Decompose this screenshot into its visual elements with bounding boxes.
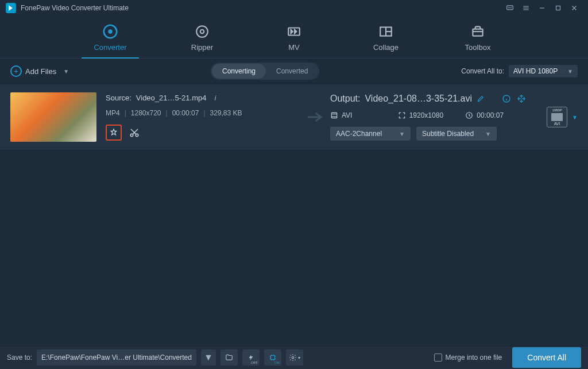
tab-ripper[interactable]: Ripper [173, 16, 231, 58]
save-path-field[interactable]: E:\FonePaw\FonePaw Vi…er Ultimate\Conver… [37, 349, 196, 366]
app-title: FonePaw Video Converter Ultimate [21, 4, 129, 12]
arrow-icon [301, 92, 330, 142]
subtitle-select-value: Subtitle Disabled [422, 130, 474, 138]
source-duration: 00:00:07 [172, 109, 199, 117]
settings-button[interactable]: ▾ [286, 349, 303, 366]
hw-off-label: OFF [251, 361, 258, 364]
plus-icon: + [10, 65, 22, 77]
tab-label: Ripper [191, 43, 213, 52]
svg-line-27 [478, 101, 479, 102]
output-duration: 00:00:07 [477, 111, 504, 119]
convert-queue-toggle: Converting Converted [211, 63, 319, 80]
output-format: AVI [342, 111, 352, 119]
edit-video-button[interactable] [106, 125, 122, 141]
audio-select-value: AAC-2Channel [336, 130, 382, 138]
chevron-down-icon: ▼ [399, 131, 405, 137]
info-icon[interactable]: i [214, 94, 216, 102]
chevron-down-icon: ▼ [567, 68, 573, 75]
chevron-down-icon: ▼ [63, 68, 69, 75]
hardware-accel-on-button[interactable]: ON [264, 349, 281, 366]
file-item: Source: Video_21…5-21.mp4 i MP4| 1280x72… [0, 84, 588, 150]
hardware-accel-off-button[interactable]: OFF [242, 349, 260, 366]
svg-rect-31 [331, 112, 336, 118]
app-logo [6, 3, 16, 13]
media-info-icon[interactable] [502, 94, 511, 103]
convert-all-label: Convert All [527, 353, 566, 362]
subbar: + Add Files ▼ Converting Converted Conve… [0, 59, 588, 84]
svg-point-2 [510, 7, 510, 8]
menu-icon[interactable] [518, 0, 534, 16]
bottom-bar: Save to: E:\FonePaw\FonePaw Vi…er Ultima… [0, 345, 588, 369]
checkbox-icon [434, 354, 442, 362]
chevron-down-icon: ▼ [485, 131, 491, 137]
cut-video-button[interactable] [127, 126, 141, 139]
output-filename: Video_21-08…3-35-21.avi [365, 94, 472, 104]
add-files-label: Add Files [25, 67, 56, 76]
film-icon [551, 113, 563, 121]
profile-format-badge: AVI [554, 122, 560, 126]
tab-mv[interactable]: MV [265, 16, 323, 58]
audio-track-select[interactable]: AAC-2Channel▼ [330, 127, 411, 141]
source-size: 329,83 KB [210, 109, 242, 117]
tab-label: Collage [373, 43, 399, 52]
hw-on-label: ON [274, 361, 280, 364]
tab-label: MV [288, 43, 300, 52]
segment-converted[interactable]: Converted [266, 64, 318, 79]
merge-label: Merge into one file [446, 354, 502, 362]
add-files-button[interactable]: + Add Files ▼ [10, 65, 69, 77]
output-prefix: Output: [330, 94, 360, 104]
video-thumbnail[interactable] [10, 92, 96, 142]
svg-point-44 [292, 356, 294, 359]
output-resolution: 1920x1080 [409, 111, 443, 119]
svg-rect-21 [473, 29, 482, 36]
convert-all-format-value: AVI HD 1080P [513, 67, 558, 75]
svg-point-1 [508, 7, 509, 8]
merge-checkbox[interactable]: Merge into one file [434, 354, 502, 362]
tab-label: Toolbox [465, 43, 491, 52]
convert-all-format-select[interactable]: AVI HD 1080P ▼ [509, 65, 578, 77]
tab-converter[interactable]: Converter [82, 16, 139, 58]
output-profile-button[interactable]: 1080P AVI [547, 107, 567, 127]
file-list: Source: Video_21…5-21.mp4 i MP4| 1280x72… [0, 84, 588, 345]
profile-chevron-down-icon[interactable]: ▼ [572, 114, 578, 121]
svg-point-13 [196, 26, 208, 37]
svg-marker-16 [291, 30, 293, 34]
open-folder-button[interactable] [220, 349, 238, 366]
maximize-button[interactable] [550, 0, 566, 16]
rename-icon[interactable] [477, 95, 485, 103]
svg-point-12 [108, 29, 113, 34]
svg-rect-8 [556, 6, 560, 10]
svg-point-3 [511, 7, 512, 8]
source-filename: Video_21…5-21.mp4 [136, 94, 207, 102]
segment-converting[interactable]: Converting [212, 64, 266, 79]
save-path-value: E:\FonePaw\FonePaw Vi…er Ultimate\Conver… [41, 354, 192, 362]
subtitle-select[interactable]: Subtitle Disabled▼ [416, 127, 497, 141]
tab-collage[interactable]: Collage [357, 16, 415, 58]
source-prefix: Source: [106, 94, 131, 102]
save-path-dropdown[interactable]: ▼ [201, 349, 216, 366]
svg-point-14 [200, 30, 204, 34]
main-tabs: Converter Ripper MV Collage Toolbox [0, 16, 588, 59]
close-button[interactable] [566, 0, 582, 16]
source-resolution: 1280x720 [131, 109, 161, 117]
profile-resolution-badge: 1080P [552, 108, 562, 112]
minimize-button[interactable] [534, 0, 550, 16]
convert-all-to-label: Convert All to: [461, 67, 504, 75]
tab-toolbox[interactable]: Toolbox [449, 16, 506, 58]
compress-icon[interactable] [517, 94, 526, 103]
titlebar: FonePaw Video Converter Ultimate [0, 0, 588, 16]
svg-rect-35 [270, 356, 274, 360]
svg-marker-17 [295, 30, 296, 34]
convert-all-button[interactable]: Convert All [512, 347, 581, 368]
source-format: MP4 [106, 109, 120, 117]
feedback-icon[interactable] [502, 0, 518, 16]
tab-label: Converter [94, 43, 126, 52]
save-to-label: Save to: [7, 354, 32, 362]
